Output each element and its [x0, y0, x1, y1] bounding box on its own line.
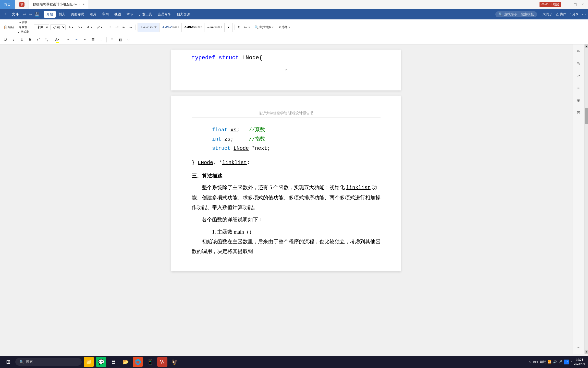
input-method-icon[interactable]: A: [570, 360, 573, 364]
minimize-button[interactable]: —: [563, 2, 570, 7]
indent-less-button[interactable]: ⇤: [121, 25, 127, 30]
copy-button[interactable]: ⎘ 复制: [16, 25, 30, 29]
find-replace-button[interactable]: 🔍 查找替换 ▼: [253, 24, 276, 30]
style-normal[interactable]: AaBbCcD 正文: [138, 23, 160, 32]
close-button[interactable]: ×: [580, 2, 585, 7]
font-color-button[interactable]: A ▼: [85, 24, 94, 30]
cut-button[interactable]: ✂ 剪切: [16, 20, 30, 25]
superscript-button[interactable]: x2: [35, 36, 42, 43]
menu-start[interactable]: 开始: [44, 11, 56, 18]
sound-icon[interactable]: 🔊: [553, 360, 557, 364]
share-button[interactable]: ○ 分享: [569, 12, 579, 17]
tab-wps[interactable]: 稿: [15, 0, 29, 9]
italic-button[interactable]: I: [10, 36, 17, 43]
menu-search[interactable]: 🔍 查找命令，搜索模板: [495, 11, 537, 17]
scroll-down-button[interactable]: ▼: [585, 350, 588, 354]
font-color-fmt-button[interactable]: A ▼: [54, 36, 61, 43]
taskbar-app1[interactable]: 🖥: [108, 357, 118, 367]
taskbar-app2[interactable]: 📱: [145, 357, 155, 367]
justify-button[interactable]: ☰: [89, 36, 96, 43]
menu-wps-tools[interactable]: 稻壳资源: [174, 11, 192, 18]
insert-shapes-button[interactable]: ○: [125, 36, 132, 43]
underline-button[interactable]: U: [18, 36, 26, 43]
mic-icon[interactable]: 🎤: [558, 360, 562, 364]
highlight-button[interactable]: 🖊 ▼: [95, 25, 104, 30]
font-increase-button[interactable]: A ▲: [67, 24, 75, 30]
scroll-thumb[interactable]: [585, 108, 588, 124]
menu-view[interactable]: 视图: [112, 11, 124, 18]
bullets-button[interactable]: •≡: [114, 25, 120, 30]
menu-file[interactable]: 文件: [9, 11, 21, 18]
align-right-button[interactable]: ≡: [81, 36, 88, 43]
select-button[interactable]: ↗ 选择 ▼: [277, 24, 292, 30]
taskbar-browser[interactable]: 🌐: [133, 357, 143, 367]
tab-home[interactable]: 首页: [0, 0, 15, 9]
taskbar-wechat[interactable]: 💬: [96, 357, 106, 367]
collab-button[interactable]: △ 协作: [556, 12, 566, 17]
taskbar-file-explorer[interactable]: 📁: [84, 357, 94, 367]
paragraph-marks-button[interactable]: ¶: [237, 25, 241, 30]
taskbar-search[interactable]: 🔍 搜索: [15, 358, 82, 366]
add-tab-button[interactable]: +: [89, 0, 97, 9]
hamburger-menu[interactable]: ≡: [2, 11, 9, 17]
taskbar-wps[interactable]: W: [157, 357, 167, 367]
scroll-track[interactable]: [585, 48, 588, 350]
scrollbar[interactable]: ▲ ▼: [584, 44, 588, 354]
numbering-button[interactable]: ≡: [108, 25, 113, 30]
menu-devtools[interactable]: 开发工具: [136, 11, 155, 18]
taskbar-clock[interactable]: 19:24 2023/4/6: [574, 358, 585, 366]
menu-vip[interactable]: 会员专享: [155, 11, 174, 18]
sidebar-grid-icon[interactable]: ⊡: [574, 108, 583, 117]
text-layout-button[interactable]: Aa ▼: [242, 25, 252, 30]
indent-more-button[interactable]: ⇥: [128, 25, 134, 30]
network-icon[interactable]: 📶: [548, 360, 552, 364]
sidebar-list-icon[interactable]: ≡: [574, 84, 583, 92]
undo-icon[interactable]: ↩: [22, 12, 27, 17]
align-center-button[interactable]: ≡: [73, 36, 80, 43]
align-left-button[interactable]: ≡: [65, 36, 72, 43]
taskbar-app3[interactable]: 🦅: [169, 357, 180, 367]
ime-icon[interactable]: 中: [564, 360, 569, 364]
sidebar-more-icon[interactable]: ⋯: [574, 343, 583, 351]
typedef-line: typedef struct LNode{: [192, 55, 381, 61]
line-spacing-button[interactable]: ↕: [97, 36, 105, 43]
save-icon[interactable]: 💾: [33, 12, 41, 17]
menu-review[interactable]: 审阅: [100, 11, 111, 18]
font-decrease-button[interactable]: A ▼: [76, 25, 84, 30]
sidebar-draw-icon[interactable]: ✎: [574, 59, 583, 67]
document-area[interactable]: typedef struct LNode{ 2 临沂大学信息学院 课程设计报告书…: [0, 44, 572, 354]
subscript-button[interactable]: x2: [43, 36, 50, 43]
section3-heading: 三、算法描述: [192, 172, 381, 179]
menu-references[interactable]: 引用: [87, 11, 99, 18]
paste-button[interactable]: 📋 粘贴: [2, 25, 15, 30]
not-signed-in[interactable]: 未同步: [543, 12, 553, 17]
style-heading2[interactable]: AaBbCc 标题 2: [182, 23, 204, 32]
sidebar-link-icon[interactable]: ↗: [574, 72, 583, 80]
font-family-select[interactable]: 宋体: [34, 24, 49, 30]
style-heading3[interactable]: AaBbC 标题 3: [204, 23, 225, 32]
border-button[interactable]: ⊞: [108, 36, 116, 43]
sidebar-add-icon[interactable]: ⊕: [574, 96, 583, 104]
font-size-select[interactable]: 小四: [50, 24, 66, 30]
tab-document[interactable]: 数据结构课程设计小组五组.docx ●: [29, 0, 89, 9]
sep4: [235, 25, 235, 30]
shading-button[interactable]: ◧: [117, 36, 124, 43]
menu-page-layout[interactable]: 页面布局: [68, 11, 87, 18]
menu-bar: ≡ 文件 ↩ ↪ 💾 开始 插入 页面布局 引用 审阅 视图 章节 开发工具 会…: [0, 9, 588, 19]
menu-insert[interactable]: 插入: [56, 11, 68, 18]
scroll-up-button[interactable]: ▲: [585, 44, 588, 48]
sidebar-edit-icon[interactable]: ✏: [574, 47, 583, 55]
format-paint-button[interactable]: 🖌 格式刷: [16, 30, 30, 34]
style-heading1[interactable]: AaBbC 标题 1: [160, 23, 182, 32]
menu-chapters[interactable]: 章节: [124, 11, 136, 18]
taskbar-folder[interactable]: 📂: [120, 357, 131, 367]
redo-icon[interactable]: ↪: [28, 12, 33, 17]
strikethrough-button[interactable]: S: [27, 36, 34, 43]
style-more[interactable]: ▼: [225, 23, 232, 32]
more-options-icon[interactable]: ⋯: [582, 12, 586, 17]
maximize-button[interactable]: □: [572, 2, 578, 7]
right-sidebar: ✏ ✎ ↗ ≡ ⊕ ⊡ ⋯: [572, 44, 584, 354]
start-button[interactable]: ⊞: [3, 357, 13, 367]
section3-para1: 整个系统除了主函数外，还有 5 个函数，实现五大功能：初始化 linklist …: [192, 182, 381, 212]
bold-button[interactable]: B: [2, 36, 9, 43]
